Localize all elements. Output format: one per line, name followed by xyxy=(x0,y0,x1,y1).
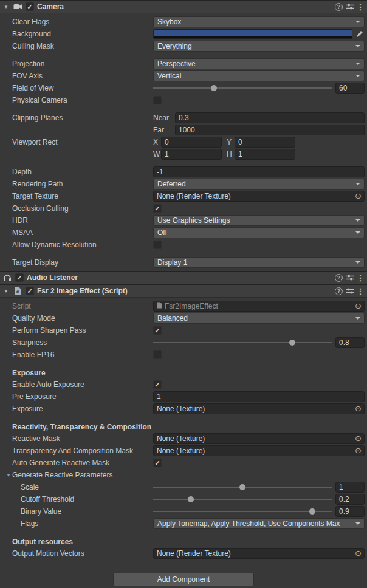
viewport-y-field[interactable]: 0 xyxy=(235,137,295,148)
occlusion-culling-row: Occlusion Culling ✓ xyxy=(0,202,367,214)
field-of-view-value-field[interactable]: 60 xyxy=(335,83,365,94)
exposure-field[interactable]: None (Texture) ⊙ xyxy=(153,403,365,414)
viewport-rect-wh-row: W 1 H 1 xyxy=(0,148,367,160)
presets-icon[interactable] xyxy=(346,287,354,295)
transparency-mask-field[interactable]: None (Texture) ⊙ xyxy=(153,445,365,456)
slider-knob[interactable] xyxy=(239,484,245,490)
fov-axis-label: FOV Axis xyxy=(12,72,153,80)
reactive-mask-row: Reactive Mask None (Texture) ⊙ xyxy=(0,432,367,445)
slider-knob[interactable] xyxy=(211,85,217,91)
cutoff-threshold-slider[interactable] xyxy=(153,494,332,505)
slider-track xyxy=(153,499,332,500)
object-picker-icon[interactable]: ⊙ xyxy=(354,302,363,310)
exposure-section-header: Exposure xyxy=(0,368,367,378)
background-label: Background xyxy=(12,30,153,38)
generate-reactive-parameters-row[interactable]: ▼ Generate Reactive Parameters xyxy=(0,469,367,481)
dropdown-value: Off xyxy=(157,228,353,237)
camera-component-header[interactable]: ▼ ✓ Camera ? ⋮ xyxy=(0,0,367,13)
slider-knob[interactable] xyxy=(188,496,194,502)
quality-mode-dropdown[interactable]: Balanced xyxy=(153,313,365,324)
output-motion-vectors-field[interactable]: None (Render Texture) ⊙ xyxy=(153,548,365,559)
binary-value-slider[interactable] xyxy=(153,506,332,517)
help-icon[interactable]: ? xyxy=(335,287,343,295)
add-component-button[interactable]: Add Component xyxy=(113,573,254,586)
culling-mask-label: Culling Mask xyxy=(12,42,153,50)
flags-dropdown[interactable]: Apply Tonemap, Apply Threshold, Use Comp… xyxy=(153,518,365,529)
background-color-field[interactable] xyxy=(153,29,352,39)
auto-generate-reactive-mask-checkbox[interactable]: ✓ xyxy=(153,459,162,467)
kebab-menu-icon[interactable]: ⋮ xyxy=(357,273,363,282)
cutoff-threshold-value-field[interactable]: 0.2 xyxy=(335,494,365,505)
output-motion-vectors-row: Output Motion Vectors None (Render Textu… xyxy=(0,547,367,559)
audio-listener-enabled-checkbox[interactable]: ✓ xyxy=(15,273,24,282)
foldout-arrow-icon[interactable]: ▼ xyxy=(2,4,10,10)
culling-mask-row: Culling Mask Everything xyxy=(0,40,367,52)
sharpness-value-field[interactable]: 0.8 xyxy=(335,337,365,348)
slider-knob[interactable] xyxy=(289,340,295,346)
audio-listener-component-header[interactable]: ✓ Audio Listener ? ⋮ xyxy=(0,271,367,284)
eyedropper-icon[interactable] xyxy=(355,30,365,38)
allow-dynamic-resolution-checkbox[interactable]: ✓ xyxy=(153,241,162,249)
reactive-mask-label: Reactive Mask xyxy=(12,434,153,443)
quality-mode-label: Quality Mode xyxy=(12,314,153,323)
pre-exposure-field[interactable]: 1 xyxy=(153,391,365,402)
camera-enabled-checkbox[interactable]: ✓ xyxy=(26,2,34,11)
reactive-mask-field[interactable]: None (Texture) ⊙ xyxy=(153,433,365,444)
far-field[interactable]: 1000 xyxy=(175,125,365,135)
occlusion-culling-checkbox[interactable]: ✓ xyxy=(153,204,162,213)
foldout-arrow-icon[interactable]: ▼ xyxy=(5,473,12,478)
slider-knob[interactable] xyxy=(309,508,315,514)
fov-axis-dropdown[interactable]: Vertical xyxy=(153,70,365,81)
fsr2-component-header[interactable]: ▼ # ✓ Fsr 2 Image Effect (Script) ? ⋮ xyxy=(0,284,367,298)
projection-dropdown[interactable]: Perspective xyxy=(153,58,365,69)
check-icon: ✓ xyxy=(154,327,160,334)
viewport-h-field[interactable]: 1 xyxy=(235,149,295,160)
field-value: -1 xyxy=(157,168,163,176)
help-icon[interactable]: ? xyxy=(335,274,343,282)
msaa-dropdown[interactable]: Off xyxy=(153,227,365,238)
near-label: Near xyxy=(153,114,175,122)
help-icon[interactable]: ? xyxy=(335,3,343,11)
fsr2-enabled-checkbox[interactable]: ✓ xyxy=(26,287,34,295)
object-picker-icon[interactable]: ⊙ xyxy=(354,446,363,455)
scale-value-field[interactable]: 1 xyxy=(335,482,365,493)
enable-fp16-checkbox[interactable]: ✓ xyxy=(153,350,162,359)
object-picker-icon[interactable]: ⊙ xyxy=(354,549,363,558)
sharpness-slider[interactable] xyxy=(153,337,332,348)
perform-sharpen-pass-checkbox[interactable]: ✓ xyxy=(153,326,162,335)
reactivity-section-header: Reactivity, Transparency & Composition xyxy=(0,422,367,432)
script-field[interactable]: Fsr2ImageEffect ⊙ xyxy=(153,301,365,312)
hdr-dropdown[interactable]: Use Graphics Settings xyxy=(153,215,365,226)
enable-auto-exposure-checkbox[interactable]: ✓ xyxy=(153,380,162,389)
foldout-arrow-icon[interactable]: ▼ xyxy=(2,289,10,294)
rendering-path-row: Rendering Path Deferred xyxy=(0,178,367,190)
object-picker-icon[interactable]: ⊙ xyxy=(354,405,363,413)
object-picker-icon[interactable]: ⊙ xyxy=(354,434,363,443)
binary-value-value-field[interactable]: 0.9 xyxy=(335,506,365,517)
cutoff-threshold-label: Cutoff Threshold xyxy=(21,495,153,504)
field-of-view-slider[interactable] xyxy=(153,83,332,94)
target-display-dropdown[interactable]: Display 1 xyxy=(153,257,365,268)
presets-icon[interactable] xyxy=(346,274,354,281)
kebab-menu-icon[interactable]: ⋮ xyxy=(357,287,363,296)
dropdown-value: Use Graphics Settings xyxy=(157,216,353,225)
physical-camera-checkbox[interactable]: ✓ xyxy=(153,96,162,104)
viewport-x-field[interactable]: 0 xyxy=(161,137,222,148)
target-texture-field[interactable]: None (Render Texture) ⊙ xyxy=(153,191,365,202)
physical-camera-label: Physical Camera xyxy=(12,96,153,104)
quality-mode-row: Quality Mode Balanced xyxy=(0,312,367,324)
scale-slider[interactable] xyxy=(153,482,332,493)
kebab-menu-icon[interactable]: ⋮ xyxy=(357,2,363,12)
object-picker-icon[interactable]: ⊙ xyxy=(354,192,363,200)
scale-row: Scale 1 xyxy=(0,481,367,493)
depth-field[interactable]: -1 xyxy=(153,166,365,177)
check-icon: ✓ xyxy=(27,3,32,10)
script-icon: # xyxy=(13,287,22,295)
presets-icon[interactable] xyxy=(346,3,354,10)
dropdown-value: Deferred xyxy=(157,180,353,188)
clear-flags-dropdown[interactable]: Skybox xyxy=(153,16,365,27)
rendering-path-dropdown[interactable]: Deferred xyxy=(153,179,365,190)
near-field[interactable]: 0.3 xyxy=(175,112,365,123)
viewport-w-field[interactable]: 1 xyxy=(161,149,222,160)
culling-mask-dropdown[interactable]: Everything xyxy=(153,41,365,52)
